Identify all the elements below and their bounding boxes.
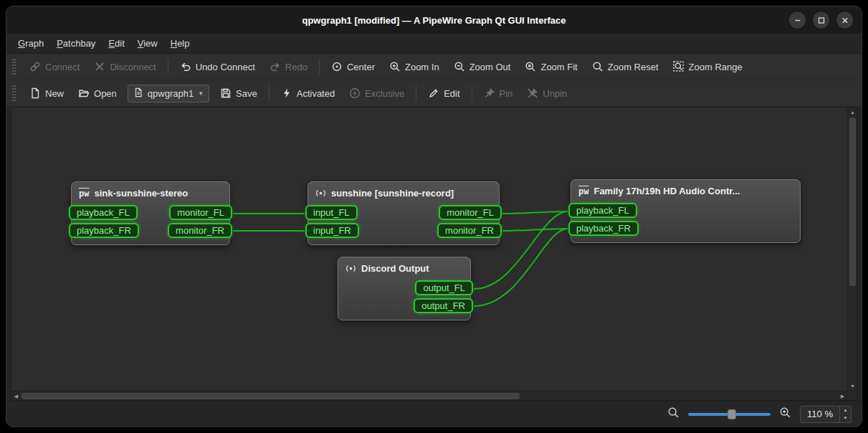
toolbar-drag-handle[interactable] bbox=[12, 85, 16, 101]
canvas-viewport[interactable]: pw sink-sunshine-stereo playback_FL moni… bbox=[11, 108, 847, 391]
node-header[interactable]: Discord Output bbox=[338, 261, 470, 279]
zoom-in-button[interactable]: Zoom In bbox=[383, 57, 446, 76]
scroll-down-arrow[interactable]: ▼ bbox=[848, 381, 857, 391]
center-label: Center bbox=[347, 62, 375, 72]
zoom-range-button[interactable]: Zoom Range bbox=[667, 57, 749, 76]
zoom-reset-icon bbox=[592, 61, 604, 72]
port-output-fl[interactable]: output_FL bbox=[415, 280, 473, 295]
maximize-button[interactable] bbox=[813, 12, 829, 29]
zoom-fit-label: Zoom Fit bbox=[540, 62, 577, 72]
zoom-value[interactable]: 110 % bbox=[801, 406, 839, 422]
save-label: Save bbox=[236, 88, 257, 99]
port-playback-fr[interactable]: playback_FR bbox=[69, 223, 139, 238]
vertical-scrollbar[interactable]: ▲ ▼ bbox=[847, 108, 857, 391]
maximize-icon bbox=[818, 16, 825, 24]
zoom-out-icon bbox=[667, 406, 679, 422]
zoom-out-button[interactable]: Zoom Out bbox=[447, 57, 518, 76]
node-title: Family 17h/19h HD Audio Contr... bbox=[593, 186, 740, 196]
menu-view[interactable]: View bbox=[132, 35, 163, 52]
toolbar-separator bbox=[269, 85, 270, 101]
port-playback-fl[interactable]: playback_FL bbox=[568, 203, 637, 218]
titlebar[interactable]: qpwgraph1 [modified] — A PipeWire Graph … bbox=[6, 6, 862, 34]
record-icon bbox=[315, 188, 326, 199]
horizontal-scrollbar[interactable]: ◀ ▶ bbox=[11, 391, 847, 400]
port-playback-fr[interactable]: playback_FR bbox=[568, 221, 639, 236]
redo-label: Redo bbox=[285, 62, 307, 72]
new-button[interactable]: New bbox=[23, 84, 70, 103]
node-header[interactable]: pw Family 17h/19h HD Audio Contr... bbox=[571, 184, 800, 201]
activated-label: Activated bbox=[297, 88, 335, 99]
graph-canvas[interactable]: pw sink-sunshine-stereo playback_FL moni… bbox=[11, 107, 857, 401]
toolbar-separator bbox=[319, 59, 320, 75]
port-monitor-fl[interactable]: monitor_FL bbox=[439, 205, 502, 220]
undo-icon bbox=[180, 61, 191, 72]
scroll-right-arrow[interactable]: ▶ bbox=[838, 391, 847, 401]
zoom-range-label: Zoom Range bbox=[689, 62, 743, 72]
statusbar-zoom-in-button[interactable] bbox=[779, 406, 791, 422]
port-input-fl[interactable]: input_FL bbox=[305, 205, 358, 220]
port-playback-fl[interactable]: playback_FL bbox=[69, 205, 138, 220]
session-dropdown[interactable]: qpwgraph1 ▼ bbox=[128, 85, 209, 103]
scroll-up-arrow[interactable]: ▲ bbox=[848, 108, 857, 117]
node-title: Discord Output bbox=[361, 263, 429, 274]
undo-connect-button[interactable]: Undo Connect bbox=[173, 57, 262, 76]
statusbar-zoom-out-button[interactable] bbox=[667, 406, 679, 422]
toolbar-drag-handle[interactable] bbox=[12, 59, 16, 75]
close-button[interactable] bbox=[836, 12, 853, 29]
pin-label: Pin bbox=[500, 88, 513, 99]
open-folder-icon bbox=[78, 87, 90, 99]
menu-graph[interactable]: Graph bbox=[12, 35, 49, 52]
toolbar-separator bbox=[168, 59, 168, 75]
zoom-slider[interactable] bbox=[688, 407, 771, 422]
new-document-icon bbox=[29, 87, 41, 99]
horizontal-scrollbar-thumb[interactable] bbox=[22, 393, 520, 399]
exclusive-button[interactable]: Exclusive bbox=[343, 84, 411, 103]
scroll-left-arrow[interactable]: ◀ bbox=[11, 391, 21, 401]
port-input-fr[interactable]: input_FR bbox=[305, 223, 359, 238]
save-button[interactable]: Save bbox=[214, 84, 264, 103]
node-header[interactable]: pw sink-sunshine-stereo bbox=[72, 186, 229, 204]
node-header[interactable]: sunshine [sunshine-record] bbox=[308, 186, 499, 204]
spin-down-button[interactable]: ▼ bbox=[840, 414, 851, 422]
window-title: qpwgraph1 [modified] — A PipeWire Graph … bbox=[302, 15, 566, 26]
menu-edit[interactable]: Edit bbox=[102, 35, 130, 52]
activated-bolt-icon bbox=[281, 87, 292, 99]
edit-pencil-icon bbox=[428, 87, 439, 99]
node-title: sunshine [sunshine-record] bbox=[331, 188, 454, 199]
activated-button[interactable]: Activated bbox=[275, 84, 341, 103]
connect-label: Connect bbox=[45, 62, 80, 72]
menu-patchbay[interactable]: Patchbay bbox=[51, 35, 101, 52]
connection-wire[interactable] bbox=[502, 211, 568, 214]
toolbar-edit: Connect Disconnect Undo Connect bbox=[6, 54, 862, 80]
pipewire-icon: pw bbox=[578, 187, 588, 196]
spin-up-button[interactable]: ▲ bbox=[840, 406, 851, 414]
unpin-button[interactable]: Unpin bbox=[520, 84, 573, 103]
zoom-fit-button[interactable]: Zoom Fit bbox=[518, 57, 583, 76]
zoom-reset-button[interactable]: Zoom Reset bbox=[586, 57, 665, 76]
node-discord-output[interactable]: Discord Output output_FL output_FR bbox=[338, 257, 471, 320]
node-family-hd-audio[interactable]: pw Family 17h/19h HD Audio Contr... play… bbox=[571, 179, 801, 243]
zoom-range-icon bbox=[673, 61, 685, 72]
open-button[interactable]: Open bbox=[72, 84, 123, 103]
disconnect-button[interactable]: Disconnect bbox=[87, 57, 162, 76]
zoom-in-icon bbox=[389, 61, 401, 72]
minimize-button[interactable] bbox=[789, 12, 806, 29]
node-sink-sunshine-stereo[interactable]: pw sink-sunshine-stereo playback_FL moni… bbox=[71, 181, 230, 245]
pin-button[interactable]: Pin bbox=[477, 84, 520, 103]
connection-wire[interactable] bbox=[502, 229, 568, 231]
center-button[interactable]: Center bbox=[325, 57, 381, 76]
port-monitor-fr[interactable]: monitor_FR bbox=[437, 223, 502, 238]
edit-button[interactable]: Edit bbox=[421, 84, 466, 103]
pin-icon bbox=[484, 87, 495, 99]
connect-button[interactable]: Connect bbox=[23, 57, 86, 76]
port-monitor-fr[interactable]: monitor_FR bbox=[168, 223, 232, 238]
zoom-spinbox[interactable]: 110 % ▲ ▼ bbox=[800, 406, 852, 423]
port-output-fr[interactable]: output_FR bbox=[414, 298, 473, 313]
toolbar-file: New Open qpwgraph1 ▼ bbox=[6, 80, 862, 107]
redo-button[interactable]: Redo bbox=[263, 57, 314, 76]
vertical-scrollbar-thumb[interactable] bbox=[849, 118, 856, 286]
node-sunshine-record[interactable]: sunshine [sunshine-record] input_FL moni… bbox=[307, 181, 500, 245]
zoom-slider-handle[interactable] bbox=[728, 409, 736, 419]
menu-help[interactable]: Help bbox=[165, 35, 196, 52]
port-monitor-fl[interactable]: monitor_FL bbox=[169, 205, 232, 220]
